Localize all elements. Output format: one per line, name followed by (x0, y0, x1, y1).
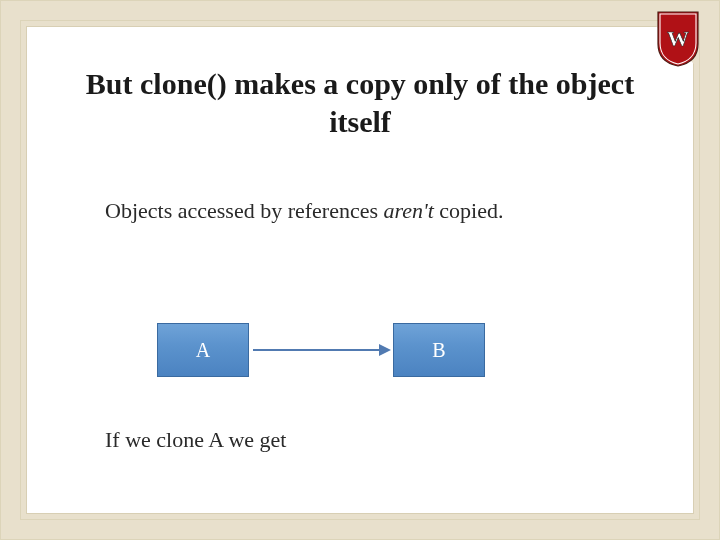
reference-diagram: A B (137, 317, 557, 387)
box-b-label: B (432, 339, 445, 362)
arrow-a-to-b (253, 349, 389, 351)
body-text-references: Objects accessed by references aren't co… (105, 197, 583, 226)
uw-crest-icon: W (656, 10, 700, 68)
box-a: A (157, 323, 249, 377)
text-fragment: Objects accessed by references (105, 198, 384, 223)
body-text-clone: If we clone A we get (105, 427, 286, 453)
box-b: B (393, 323, 485, 377)
text-fragment: copied. (434, 198, 504, 223)
slide-card: But clone() makes a copy only of the obj… (26, 26, 694, 514)
text-fragment-italic: aren't (384, 198, 434, 223)
logo-letter: W (667, 26, 689, 51)
box-a-label: A (196, 339, 210, 362)
slide-title: But clone() makes a copy only of the obj… (67, 65, 653, 140)
